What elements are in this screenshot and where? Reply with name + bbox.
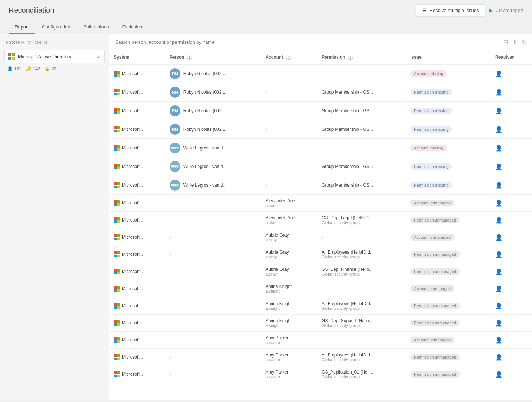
system-name-cell: Microsoft...	[122, 145, 143, 151]
permission-info-icon[interactable]: i	[348, 55, 353, 60]
perm-sub: Global security group	[322, 306, 401, 311]
perm-name: GS_Dep_Finance (Hello...	[322, 267, 401, 272]
person-dash: -	[170, 200, 171, 206]
filter-icon[interactable]: ⊟	[503, 39, 508, 46]
perm-name: All Employees (HelloID.d...	[322, 250, 401, 255]
system-name-cell: Microsoft...	[122, 252, 143, 257]
create-report-label: Create report	[495, 8, 523, 13]
person-info-icon[interactable]: i	[187, 55, 192, 60]
table-row: Microsoft... RN Robyn Nicolas (002... --…	[109, 65, 532, 83]
cell-issue: Permission unmanaged	[406, 212, 491, 229]
cell-person: -	[165, 349, 261, 366]
ms-icon-sm	[114, 269, 120, 274]
resolve-action-icon[interactable]: 👤	[495, 251, 502, 258]
tab-exclusions[interactable]: Exclusions	[116, 20, 150, 34]
account-sub: a.parker	[265, 358, 313, 362]
perm-sub: Global security group	[322, 375, 401, 379]
issue-badge: Account missing	[410, 145, 447, 151]
cell-permission: Group Membership - GS...	[317, 157, 406, 176]
cell-permission: -	[317, 280, 406, 297]
issue-badge: Account unmanaged	[410, 234, 454, 241]
account-dash: -	[265, 108, 267, 113]
cell-account: Amina Knight a.knight	[261, 297, 317, 315]
resolve-action-icon[interactable]: 👤	[495, 89, 502, 95]
resolve-action-icon[interactable]: 👤	[495, 354, 502, 360]
cell-permission: -	[317, 229, 406, 246]
cell-person: -	[165, 212, 261, 229]
system-name-cell: Microsoft...	[122, 355, 143, 360]
resolve-action-icon[interactable]: 👤	[495, 286, 502, 292]
tab-configuration[interactable]: Configuration	[36, 20, 76, 34]
cell-person: -	[165, 366, 261, 383]
resolve-action-icon[interactable]: 👤	[495, 71, 502, 77]
person-dash: -	[170, 303, 171, 308]
account-name: Amy Parker	[265, 370, 313, 375]
issue-badge: Permission unmanaged	[410, 320, 460, 326]
resolve-action-icon[interactable]: 👤	[495, 145, 502, 151]
cell-resolved: 👤	[491, 212, 532, 229]
avatar: WW	[170, 161, 180, 172]
resolve-action-icon[interactable]: 👤	[495, 200, 502, 206]
cell-issue: Account unmanaged	[406, 195, 491, 212]
resolve-action-icon[interactable]: 👤	[495, 108, 502, 114]
col-system: System	[109, 50, 165, 65]
cell-issue: Permission unmanaged	[406, 349, 491, 366]
cell-person: -	[165, 263, 261, 280]
search-bar: ⊟ ⬇ ↻	[109, 34, 532, 50]
cell-system: Microsoft...	[109, 102, 165, 120]
resolve-action-icon[interactable]: 👤	[495, 182, 502, 188]
col-permission: Permission i	[317, 50, 406, 65]
permission-value: Group Membership - GS...	[322, 183, 373, 188]
resolve-action-icon[interactable]: 👤	[495, 234, 502, 241]
account-sub: a.knight	[265, 289, 313, 293]
resolve-action-icon[interactable]: 👤	[495, 337, 502, 343]
cell-resolved: 👤	[491, 297, 532, 315]
resolve-multiple-button[interactable]: ☰ Resolve multiple issues	[416, 4, 485, 16]
table-row: Microsoft... - Amy Parker a.parker All E…	[109, 349, 532, 366]
cell-system: Microsoft...	[109, 83, 165, 102]
account-sub: a.knight	[265, 323, 313, 328]
cell-issue: Account missing	[406, 139, 491, 157]
cell-permission: GS_Dep_Finance (Hello... Global security…	[317, 263, 406, 280]
cell-resolved: 👤	[491, 229, 532, 246]
person-dash: -	[170, 286, 171, 291]
system-item-microsoft-ad[interactable]: Microsoft Active Directory ✓	[4, 50, 105, 63]
table-row: Microsoft... - Amy Parker a.parker GS_Ap…	[109, 366, 532, 383]
system-check-icon: ✓	[97, 53, 101, 60]
resolve-action-icon[interactable]: 👤	[495, 371, 502, 378]
main-table: System Person i Account i Permission i I…	[109, 50, 532, 383]
resolve-action-icon[interactable]: 👤	[495, 126, 502, 133]
table-row: Microsoft... WW Willie Legros - van d...…	[109, 176, 532, 195]
cell-permission: -	[317, 195, 406, 212]
table-row: Microsoft... - Amina Knight a.knight -Ac…	[109, 280, 532, 297]
issue-badge: Permission missing	[410, 108, 452, 114]
resolve-action-icon[interactable]: 👤	[495, 269, 502, 275]
table-row: Microsoft... - Amina Knight a.knight All…	[109, 297, 532, 315]
cell-permission: All Employees (HelloID.d... Global secur…	[317, 297, 406, 315]
tab-report[interactable]: Report	[9, 20, 35, 34]
resolve-action-icon[interactable]: 👤	[495, 303, 502, 309]
resolve-action-icon[interactable]: 👤	[495, 164, 502, 170]
table-row: Microsoft... - Alexander Diaz a.diaz -Ac…	[109, 195, 532, 212]
person-dash: -	[170, 235, 171, 240]
account-name: Aubrie Gray	[265, 267, 313, 272]
issue-badge: Permission unmanaged	[410, 354, 460, 360]
system-name-cell: Microsoft...	[122, 320, 143, 325]
system-name-cell: Microsoft...	[122, 269, 143, 274]
cell-account: -	[261, 102, 317, 120]
resolve-action-icon[interactable]: 👤	[495, 217, 502, 223]
account-info-icon[interactable]: i	[286, 55, 291, 60]
system-name-cell: Microsoft...	[122, 108, 143, 113]
account-name: Amina Knight	[265, 284, 313, 289]
search-input[interactable]	[115, 39, 500, 45]
col-account: Account i	[261, 50, 317, 65]
account-dash: -	[265, 90, 267, 95]
refresh-icon[interactable]: ↻	[521, 39, 526, 46]
download-icon[interactable]: ⬇	[512, 39, 517, 46]
account-name: Amy Parker	[265, 335, 313, 340]
table-row: Microsoft... WW Willie Legros - van d...…	[109, 157, 532, 176]
tab-bulk-actions[interactable]: Bulk actions	[77, 20, 114, 34]
resolve-action-icon[interactable]: 👤	[495, 320, 502, 326]
create-report-button[interactable]: ▶ Create report	[489, 8, 523, 13]
account-sub: a.gray	[265, 238, 313, 242]
